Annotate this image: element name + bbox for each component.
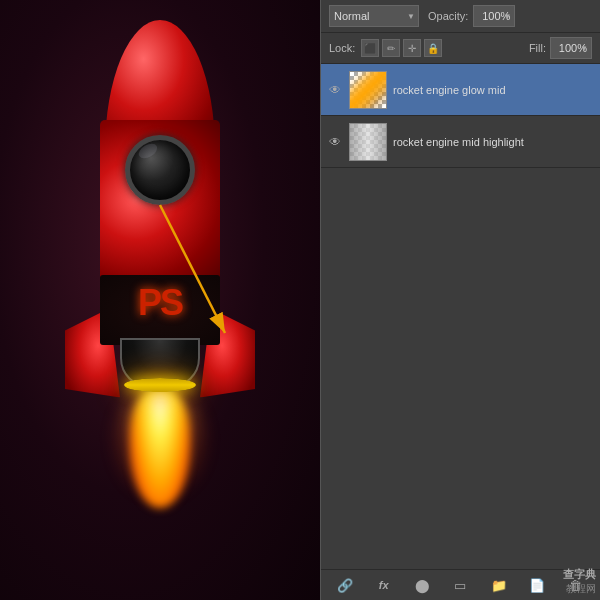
watermark-line2: 教程网	[566, 582, 596, 596]
lock-icon: 🔒	[427, 43, 439, 54]
lock-paint-button[interactable]: ✏	[382, 39, 400, 57]
eye-icon: 👁	[329, 135, 341, 149]
canvas-area: PS	[0, 0, 320, 600]
layer-thumb-content	[350, 72, 386, 108]
folder-icon: 📁	[491, 578, 507, 593]
engine-flame	[130, 388, 190, 508]
lock-fill-bar: Lock: ⬛ ✏ ✛ 🔒 Fill: ▼	[321, 33, 600, 64]
lock-move-button[interactable]: ✛	[403, 39, 421, 57]
watermark: 查字典 教程网	[563, 567, 596, 596]
layer-name: rocket engine glow mid	[393, 84, 594, 96]
layer-thumb-content	[350, 124, 386, 160]
layer-styles-button[interactable]: fx	[374, 575, 394, 595]
layer-actions-bar: 🔗 fx ⬤ ▭ 📁 📄 🗑	[321, 569, 600, 600]
opacity-input[interactable]	[473, 5, 515, 27]
layer-item[interactable]: 👁 rocket engine mid highlight	[321, 116, 600, 168]
layer-thumbnail	[349, 71, 387, 109]
new-layer-button[interactable]: 📄	[527, 575, 547, 595]
rocket-porthole	[125, 135, 195, 205]
layers-list: 👁 rocket engine glow mid 👁 rocket engine…	[321, 64, 600, 569]
blend-mode-wrapper[interactable]: Normal ▼	[329, 5, 419, 27]
opacity-label: Opacity:	[428, 10, 468, 22]
group-layers-button[interactable]: 📁	[489, 575, 509, 595]
layers-panel: Normal ▼ Opacity: ▼ Lock: ⬛ ✏ ✛	[320, 0, 600, 600]
lock-pixels-button[interactable]: ⬛	[361, 39, 379, 57]
layer-name: rocket engine mid highlight	[393, 136, 594, 148]
adjustment-layer-button[interactable]: ⬤	[412, 575, 432, 595]
fill-label: Fill:	[529, 42, 546, 54]
watermark-line1: 查字典	[563, 567, 596, 582]
link-icon: 🔗	[337, 578, 353, 593]
lock-all-button[interactable]: 🔒	[424, 39, 442, 57]
transparency-checker	[350, 72, 386, 108]
layer-item[interactable]: 👁 rocket engine glow mid	[321, 64, 600, 116]
lock-transparent-icon: ⬛	[364, 43, 376, 54]
move-icon: ✛	[408, 43, 416, 54]
opacity-wrapper[interactable]: ▼	[473, 5, 515, 27]
layer-thumbnail	[349, 123, 387, 161]
lock-icons-group: ⬛ ✏ ✛ 🔒	[361, 39, 442, 57]
fx-icon: fx	[379, 579, 389, 591]
mask-icon: ▭	[454, 578, 466, 593]
blend-opacity-bar: Normal ▼ Opacity: ▼	[321, 0, 600, 33]
fill-section: Fill: ▼	[529, 37, 592, 59]
brush-icon: ✏	[387, 43, 395, 54]
fill-wrapper[interactable]: ▼	[550, 37, 592, 59]
layer-visibility-toggle[interactable]: 👁	[327, 82, 343, 98]
mask-button[interactable]: ▭	[450, 575, 470, 595]
blend-mode-select[interactable]: Normal	[329, 5, 419, 27]
rocket-illustration: PS	[50, 20, 270, 560]
rocket-letters: PS	[138, 282, 182, 324]
layer-visibility-toggle[interactable]: 👁	[327, 134, 343, 150]
engine-glow-rim	[124, 378, 196, 392]
eye-icon: 👁	[329, 83, 341, 97]
fill-input[interactable]	[550, 37, 592, 59]
adjustment-icon: ⬤	[415, 578, 430, 593]
link-layers-button[interactable]: 🔗	[335, 575, 355, 595]
lock-label: Lock:	[329, 42, 355, 54]
new-layer-icon: 📄	[529, 578, 545, 593]
